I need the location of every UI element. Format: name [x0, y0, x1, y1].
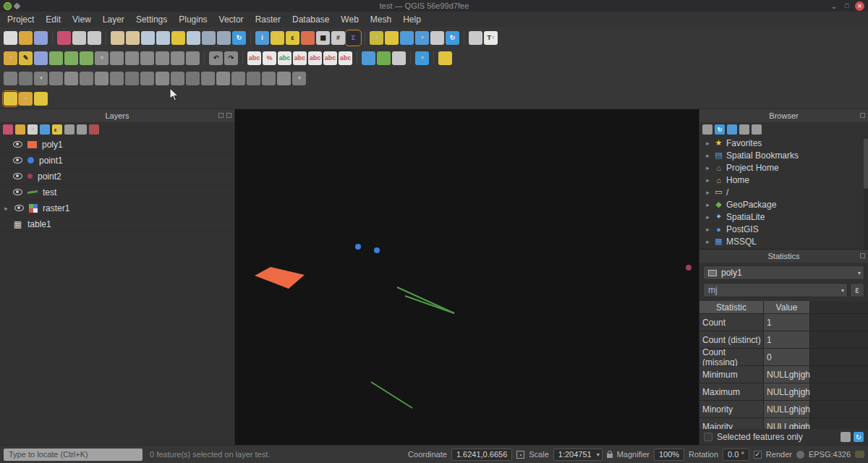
deselect-features-icon[interactable]: [301, 31, 315, 45]
layer-item-poly1[interactable]: poly1: [0, 137, 234, 153]
current-edits-icon[interactable]: [4, 51, 17, 65]
add-part-icon[interactable]: [110, 72, 124, 85]
delete-part-icon[interactable]: [156, 72, 169, 85]
scale-selector[interactable]: 1:204751: [553, 449, 603, 461]
select-by-expression-icon[interactable]: ε: [286, 31, 299, 45]
filter-by-expression-icon[interactable]: ε: [52, 124, 62, 135]
map-tips-icon[interactable]: [385, 31, 399, 45]
scrollbar-thumb[interactable]: [864, 138, 868, 189]
trim-extend-icon[interactable]: [292, 72, 306, 85]
style-manager-icon[interactable]: [57, 31, 71, 45]
offset-point-symbol-icon[interactable]: [277, 72, 291, 85]
open-layer-styling-icon[interactable]: [3, 124, 13, 135]
save-project-icon[interactable]: [34, 31, 48, 45]
visibility-eye-icon[interactable]: [13, 173, 22, 179]
layout-manager-icon[interactable]: [88, 31, 101, 45]
expander-icon[interactable]: [3, 205, 9, 212]
delete-ring-icon[interactable]: [140, 72, 154, 85]
modify-attributes-icon[interactable]: [125, 51, 139, 65]
menu-web[interactable]: Web: [335, 13, 364, 26]
dock-panel-icon[interactable]: [218, 113, 224, 118]
dock-panel-icon[interactable]: [860, 253, 865, 258]
visibility-eye-icon[interactable]: [13, 141, 22, 148]
add-selected-layers-icon[interactable]: [702, 124, 712, 135]
expander-icon[interactable]: [705, 164, 711, 171]
browser-item-spatial-bookmarks[interactable]: ▤ Spatial Bookmarks: [699, 149, 868, 161]
expander-icon[interactable]: [705, 189, 711, 196]
change-label-properties-icon[interactable]: abc: [339, 51, 352, 65]
collapse-browser-icon[interactable]: [739, 124, 749, 135]
stats-layer-selector[interactable]: poly1: [703, 266, 864, 280]
copy-features-icon[interactable]: [171, 51, 184, 65]
visibility-eye-icon[interactable]: [13, 189, 22, 195]
offset-curve-icon[interactable]: [171, 72, 184, 85]
processing-toolbox-icon[interactable]: [438, 51, 452, 65]
stream-digitizing-icon[interactable]: [19, 92, 33, 106]
layer-item-point1[interactable]: point1: [0, 153, 234, 169]
filter-browser-icon[interactable]: [727, 124, 737, 135]
delete-selected-icon[interactable]: [140, 51, 154, 65]
manage-map-themes-icon[interactable]: [27, 124, 38, 135]
pan-map-icon[interactable]: [111, 31, 124, 45]
field-calculator-icon[interactable]: #: [331, 31, 345, 45]
layer-item-table1[interactable]: ▦ table1: [0, 216, 234, 232]
copy-move-feature-icon[interactable]: [49, 72, 63, 85]
menu-raster[interactable]: Raster: [250, 13, 286, 26]
browser-item-home[interactable]: ⌂ Home: [699, 174, 868, 186]
move-label-icon[interactable]: abc: [308, 51, 322, 65]
menu-layer[interactable]: Layer: [97, 13, 130, 26]
expander-icon[interactable]: [705, 238, 711, 245]
filter-legend-icon[interactable]: [40, 124, 50, 135]
refresh-map-icon[interactable]: ↻: [232, 31, 246, 45]
new-project-icon[interactable]: [4, 31, 17, 45]
refresh-browser-icon[interactable]: ↻: [715, 124, 725, 135]
refresh-attributes-icon[interactable]: ↻: [446, 31, 459, 45]
show-bookmarks-icon[interactable]: [415, 31, 429, 45]
menu-database[interactable]: Database: [286, 13, 335, 26]
visibility-eye-icon[interactable]: [13, 157, 22, 163]
render-checkbox[interactable]: [754, 451, 762, 459]
layer-labeling-icon[interactable]: abc: [247, 51, 261, 65]
digitize-line-icon[interactable]: [64, 51, 78, 65]
menu-vector[interactable]: Vector: [213, 13, 250, 26]
merge-attributes-icon[interactable]: [247, 72, 260, 85]
vertex-tool-all-icon[interactable]: [95, 51, 109, 65]
expander-icon[interactable]: [705, 177, 711, 184]
layer-item-raster1[interactable]: raster1: [0, 200, 234, 216]
measure-icon[interactable]: [370, 31, 383, 45]
maximize-window-button[interactable]: [842, 1, 852, 10]
refresh-statistics-icon[interactable]: ↻: [854, 432, 864, 442]
select-features-icon[interactable]: [271, 31, 284, 45]
menu-mesh[interactable]: Mesh: [365, 13, 397, 26]
visibility-eye-icon[interactable]: [14, 205, 24, 211]
reshape-features-icon[interactable]: [186, 72, 200, 85]
expander-icon[interactable]: [705, 140, 711, 147]
browser-item-postgis[interactable]: ● PostGIS: [699, 223, 868, 235]
cut-features-icon[interactable]: [156, 51, 169, 65]
expander-icon[interactable]: [705, 201, 711, 208]
new-print-layout-icon[interactable]: [72, 31, 86, 45]
map-canvas[interactable]: [235, 109, 699, 445]
vertex-tool-icon[interactable]: [110, 51, 124, 65]
digitizing-settings-icon[interactable]: [34, 92, 48, 106]
browser-item-spatialite[interactable]: ✦ SpatiaLite: [699, 211, 868, 223]
digitize-point-icon[interactable]: [49, 51, 63, 65]
zoom-to-selection-icon[interactable]: [187, 31, 200, 45]
browser-item-geopackage[interactable]: ◆ GeoPackage: [699, 198, 868, 211]
layer-item-point2[interactable]: point2: [0, 169, 234, 184]
copy-statistics-icon[interactable]: [841, 432, 851, 442]
expander-icon[interactable]: [705, 226, 711, 233]
browser-item-favorites[interactable]: ★ Favorites: [699, 137, 868, 149]
menu-help[interactable]: Help: [397, 13, 427, 26]
redo-icon[interactable]: ↷: [224, 51, 238, 65]
coordinate-field[interactable]: 1.6241,0.6656: [451, 449, 512, 461]
close-window-button[interactable]: [855, 1, 864, 11]
zoom-full-icon[interactable]: [171, 31, 185, 45]
layer-item-test[interactable]: test: [0, 184, 234, 200]
selected-features-checkbox[interactable]: [704, 433, 712, 441]
expression-builder-button[interactable]: ε: [850, 283, 864, 297]
locate-input[interactable]: [4, 449, 142, 461]
statistical-summary-icon[interactable]: Σ: [346, 31, 360, 45]
pan-to-selection-icon[interactable]: [126, 31, 140, 45]
new-shapefile-layer-icon[interactable]: [392, 51, 406, 65]
